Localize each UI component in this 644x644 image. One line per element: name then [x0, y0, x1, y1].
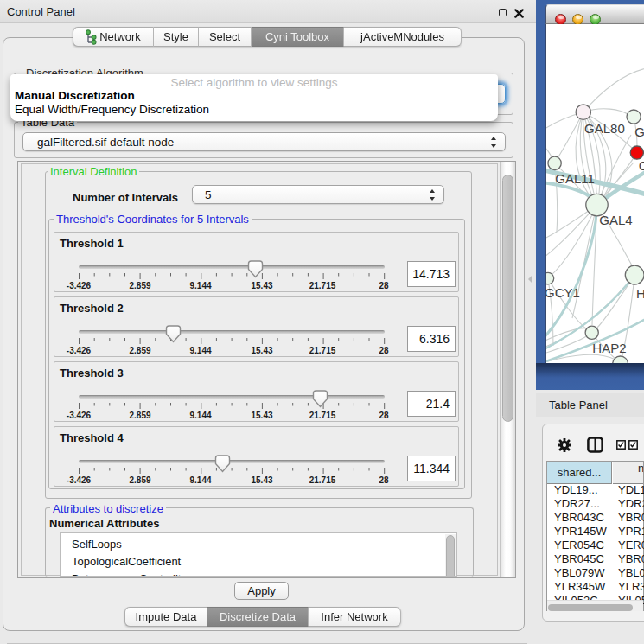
svg-text:GAL4: GAL4: [599, 213, 632, 227]
svg-text:GAL11: GAL11: [555, 171, 595, 186]
svg-text:H: H: [636, 286, 644, 301]
svg-text:HAP2: HAP2: [592, 341, 626, 355]
svg-text:CY: CY: [639, 158, 644, 173]
svg-text:GAL80: GAL80: [584, 121, 625, 136]
svg-text:GAL: GAL: [634, 124, 644, 139]
svg-text:GCY1: GCY1: [546, 285, 580, 300]
